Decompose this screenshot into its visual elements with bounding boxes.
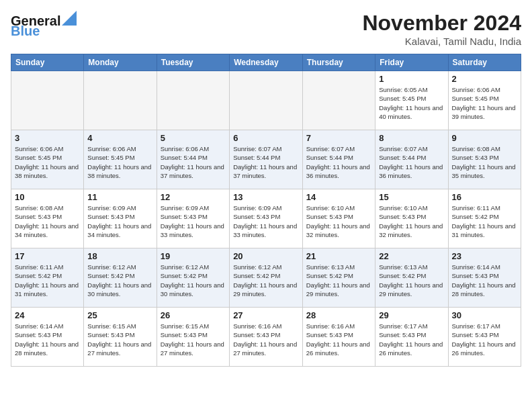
weekday-header-monday: Monday — [84, 54, 157, 71]
calendar-week-row: 3 Sunrise: 6:06 AMSunset: 5:45 PMDayligh… — [11, 130, 521, 189]
day-number: 20 — [233, 251, 299, 261]
day-detail: Sunrise: 6:08 AMSunset: 5:43 PMDaylight:… — [452, 144, 518, 180]
day-detail: Sunrise: 6:17 AMSunset: 5:43 PMDaylight:… — [452, 322, 518, 357]
day-detail: Sunrise: 6:14 AMSunset: 5:43 PMDaylight:… — [15, 322, 80, 357]
calendar-cell: 6 Sunrise: 6:07 AMSunset: 5:44 PMDayligh… — [230, 130, 303, 189]
day-detail: Sunrise: 6:13 AMSunset: 5:42 PMDaylight:… — [306, 263, 371, 298]
day-detail: Sunrise: 6:14 AMSunset: 5:43 PMDaylight:… — [452, 263, 518, 298]
day-detail: Sunrise: 6:16 AMSunset: 5:43 PMDaylight:… — [233, 322, 299, 357]
day-number: 1 — [379, 74, 444, 84]
calendar-cell: 28 Sunrise: 6:16 AMSunset: 5:43 PMDaylig… — [302, 308, 375, 367]
day-number: 12 — [161, 192, 226, 202]
day-detail: Sunrise: 6:06 AMSunset: 5:44 PMDaylight:… — [161, 144, 226, 180]
day-number: 19 — [161, 251, 226, 261]
day-detail: Sunrise: 6:09 AMSunset: 5:43 PMDaylight:… — [161, 203, 226, 239]
day-detail: Sunrise: 6:07 AMSunset: 5:44 PMDaylight:… — [379, 144, 444, 180]
logo: General Blue General Blue — [11, 11, 78, 39]
calendar-cell: 2 Sunrise: 6:06 AMSunset: 5:45 PMDayligh… — [448, 71, 521, 130]
day-number: 15 — [379, 192, 444, 202]
logo-blue: Blue — [11, 24, 78, 39]
day-number: 9 — [452, 133, 518, 143]
calendar-cell — [11, 71, 84, 130]
day-number: 6 — [233, 133, 299, 143]
calendar-cell — [157, 71, 229, 130]
day-detail: Sunrise: 6:11 AMSunset: 5:42 PMDaylight:… — [452, 203, 518, 239]
calendar-header-row: SundayMondayTuesdayWednesdayThursdayFrid… — [11, 54, 521, 71]
day-number: 13 — [233, 192, 299, 202]
calendar-cell: 22 Sunrise: 6:13 AMSunset: 5:42 PMDaylig… — [375, 248, 448, 308]
day-number: 5 — [161, 133, 226, 143]
day-detail: Sunrise: 6:07 AMSunset: 5:44 PMDaylight:… — [233, 144, 299, 180]
day-number: 29 — [379, 310, 444, 320]
day-number: 8 — [379, 133, 444, 143]
day-number: 17 — [15, 251, 80, 261]
calendar-cell: 14 Sunrise: 6:10 AMSunset: 5:43 PMDaylig… — [302, 189, 375, 248]
day-detail: Sunrise: 6:09 AMSunset: 5:43 PMDaylight:… — [233, 203, 299, 239]
day-number: 30 — [452, 310, 518, 320]
day-number: 26 — [161, 310, 226, 320]
day-number: 14 — [306, 192, 371, 202]
calendar-cell: 5 Sunrise: 6:06 AMSunset: 5:44 PMDayligh… — [157, 130, 229, 189]
day-detail: Sunrise: 6:11 AMSunset: 5:42 PMDaylight:… — [15, 263, 80, 298]
calendar-cell: 18 Sunrise: 6:12 AMSunset: 5:42 PMDaylig… — [84, 248, 157, 308]
day-number: 11 — [87, 192, 152, 202]
weekday-header-friday: Friday — [375, 54, 448, 71]
day-number: 27 — [233, 310, 299, 320]
calendar-cell: 23 Sunrise: 6:14 AMSunset: 5:43 PMDaylig… — [448, 248, 521, 308]
calendar-week-row: 17 Sunrise: 6:11 AMSunset: 5:42 PMDaylig… — [11, 248, 521, 308]
day-detail: Sunrise: 6:12 AMSunset: 5:42 PMDaylight:… — [233, 263, 299, 298]
day-number: 3 — [15, 133, 80, 143]
day-detail: Sunrise: 6:09 AMSunset: 5:43 PMDaylight:… — [87, 203, 152, 239]
calendar-cell: 19 Sunrise: 6:12 AMSunset: 5:42 PMDaylig… — [157, 248, 229, 308]
month-title: November 2024 — [362, 11, 521, 36]
calendar-week-row: 1 Sunrise: 6:05 AMSunset: 5:45 PMDayligh… — [11, 71, 521, 130]
title-block: November 2024 Kalavai, Tamil Nadu, India — [362, 11, 521, 47]
calendar-cell: 15 Sunrise: 6:10 AMSunset: 5:43 PMDaylig… — [375, 189, 448, 248]
calendar-cell: 27 Sunrise: 6:16 AMSunset: 5:43 PMDaylig… — [230, 308, 303, 367]
calendar-cell: 25 Sunrise: 6:15 AMSunset: 5:43 PMDaylig… — [84, 308, 157, 367]
day-number: 22 — [379, 251, 444, 261]
calendar-cell: 20 Sunrise: 6:12 AMSunset: 5:42 PMDaylig… — [230, 248, 303, 308]
calendar-cell: 7 Sunrise: 6:07 AMSunset: 5:44 PMDayligh… — [302, 130, 375, 189]
day-detail: Sunrise: 6:15 AMSunset: 5:43 PMDaylight:… — [87, 322, 152, 357]
calendar-cell — [230, 71, 303, 130]
calendar-cell: 3 Sunrise: 6:06 AMSunset: 5:45 PMDayligh… — [11, 130, 84, 189]
day-number: 24 — [15, 310, 80, 320]
day-detail: Sunrise: 6:16 AMSunset: 5:43 PMDaylight:… — [306, 322, 371, 357]
weekday-header-wednesday: Wednesday — [230, 54, 303, 71]
calendar-cell — [84, 71, 157, 130]
page-container: General Blue General Blue November 2024 … — [0, 0, 532, 373]
day-number: 10 — [15, 192, 80, 202]
weekday-header-sunday: Sunday — [11, 54, 84, 71]
calendar-cell: 30 Sunrise: 6:17 AMSunset: 5:43 PMDaylig… — [448, 308, 521, 367]
calendar-cell: 13 Sunrise: 6:09 AMSunset: 5:43 PMDaylig… — [230, 189, 303, 248]
day-detail: Sunrise: 6:15 AMSunset: 5:43 PMDaylight:… — [161, 322, 226, 357]
day-detail: Sunrise: 6:12 AMSunset: 5:42 PMDaylight:… — [87, 263, 152, 298]
day-detail: Sunrise: 6:12 AMSunset: 5:42 PMDaylight:… — [161, 263, 226, 298]
calendar-cell: 21 Sunrise: 6:13 AMSunset: 5:42 PMDaylig… — [302, 248, 375, 308]
weekday-header-thursday: Thursday — [302, 54, 375, 71]
calendar-table: SundayMondayTuesdayWednesdayThursdayFrid… — [11, 54, 521, 367]
location-text: Kalavai, Tamil Nadu, India — [362, 36, 521, 47]
day-number: 4 — [87, 133, 152, 143]
calendar-cell: 1 Sunrise: 6:05 AMSunset: 5:45 PMDayligh… — [375, 71, 448, 130]
day-number: 28 — [306, 310, 371, 320]
calendar-cell: 12 Sunrise: 6:09 AMSunset: 5:43 PMDaylig… — [157, 189, 229, 248]
calendar-cell: 29 Sunrise: 6:17 AMSunset: 5:43 PMDaylig… — [375, 308, 448, 367]
calendar-cell: 9 Sunrise: 6:08 AMSunset: 5:43 PMDayligh… — [448, 130, 521, 189]
day-detail: Sunrise: 6:10 AMSunset: 5:43 PMDaylight:… — [379, 203, 444, 239]
day-number: 16 — [452, 192, 518, 202]
calendar-week-row: 24 Sunrise: 6:14 AMSunset: 5:43 PMDaylig… — [11, 308, 521, 367]
day-detail: Sunrise: 6:13 AMSunset: 5:42 PMDaylight:… — [379, 263, 444, 298]
day-detail: Sunrise: 6:08 AMSunset: 5:43 PMDaylight:… — [15, 203, 80, 239]
calendar-cell: 26 Sunrise: 6:15 AMSunset: 5:43 PMDaylig… — [157, 308, 229, 367]
weekday-header-tuesday: Tuesday — [157, 54, 229, 71]
calendar-cell: 24 Sunrise: 6:14 AMSunset: 5:43 PMDaylig… — [11, 308, 84, 367]
day-number: 2 — [452, 74, 518, 84]
calendar-cell: 11 Sunrise: 6:09 AMSunset: 5:43 PMDaylig… — [84, 189, 157, 248]
calendar-cell: 17 Sunrise: 6:11 AMSunset: 5:42 PMDaylig… — [11, 248, 84, 308]
calendar-cell: 16 Sunrise: 6:11 AMSunset: 5:42 PMDaylig… — [448, 189, 521, 248]
calendar-week-row: 10 Sunrise: 6:08 AMSunset: 5:43 PMDaylig… — [11, 189, 521, 248]
day-detail: Sunrise: 6:07 AMSunset: 5:44 PMDaylight:… — [306, 144, 371, 180]
calendar-cell: 10 Sunrise: 6:08 AMSunset: 5:43 PMDaylig… — [11, 189, 84, 248]
